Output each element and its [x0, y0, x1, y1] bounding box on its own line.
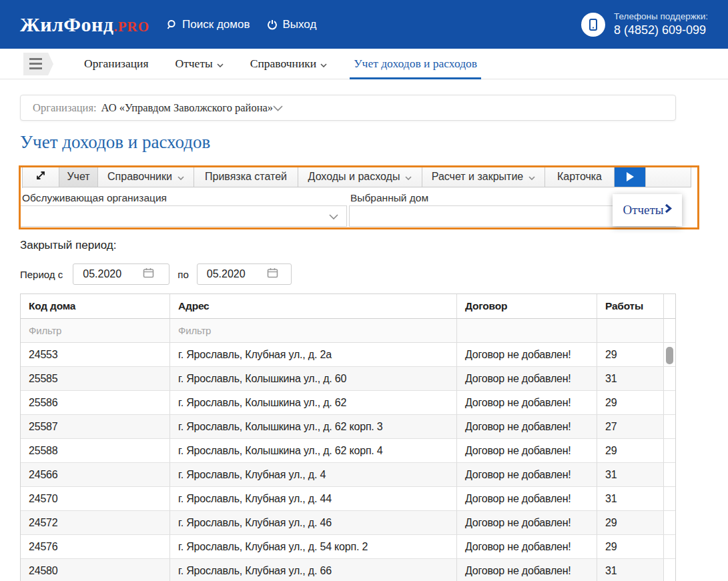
cell-works: 31 [597, 487, 664, 511]
cell-address: г. Ярославль, Клубная ул., д. 44 [170, 487, 457, 511]
table-row[interactable]: 24553 г. Ярославль, Клубная ул., д. 2а Д… [21, 343, 675, 367]
support-texts: Телефоны поддержки: 8 (4852) 609-099 [614, 11, 708, 37]
cell-contract: Договор не добавлен! [457, 463, 597, 487]
chevron-down-icon [329, 210, 338, 222]
toolbar-button-label: Справочники [107, 171, 172, 183]
card-button[interactable]: Карточка [545, 166, 615, 187]
scrollbar-thumb[interactable] [666, 347, 673, 364]
scrollbar-track[interactable] [664, 535, 675, 559]
cell-contract: Договор не добавлен! [457, 391, 597, 415]
top-header: ЖилФонд.PRO Поиск домов Выход Телефоны п… [0, 0, 728, 49]
scrollbar-track[interactable] [664, 487, 675, 511]
period-to-input[interactable] [207, 268, 267, 280]
cell-address: г. Ярославль, Колышкина ул., д. 62 корп.… [170, 439, 457, 463]
table-row[interactable]: 25585 г. Ярославль, Колышкина ул., д. 60… [21, 367, 675, 391]
directories-button[interactable]: Справочники [98, 166, 194, 187]
toolbar-button-label: Расчет и закрытие [432, 171, 524, 183]
search-houses-link[interactable]: Поиск домов [167, 18, 250, 31]
scrollbar-track[interactable] [664, 559, 675, 581]
logo-main-text: ЖилФонд [20, 13, 114, 35]
scrollbar-track[interactable] [664, 319, 675, 343]
period-from-input[interactable] [83, 268, 143, 280]
cell-works: 29 [597, 439, 664, 463]
organization-select-label: Организация: [33, 101, 97, 115]
logout-link[interactable]: Выход [267, 18, 316, 31]
cell-house-code: 24576 [21, 535, 170, 559]
table-row[interactable]: 24570 г. Ярославль, Клубная ул., д. 44 Д… [21, 487, 675, 511]
expand-button[interactable] [23, 166, 59, 187]
nav-item-directories[interactable]: Справочники [246, 49, 331, 79]
expand-icon [35, 170, 46, 183]
service-org-select[interactable] [20, 205, 347, 227]
table-body: 24553 г. Ярославль, Клубная ул., д. 2а Д… [21, 343, 675, 581]
period-to-label: по [177, 269, 188, 280]
table-row[interactable]: 24572 г. Ярославль, Клубная ул., д. 46 Д… [21, 511, 675, 535]
scrollbar-track[interactable] [664, 439, 675, 463]
table-row[interactable]: 24576 г. Ярославль, Клубная ул., д. 54 к… [21, 535, 675, 559]
cell-address: г. Ярославль, Клубная ул., д. 46 [170, 511, 457, 535]
scrollbar-track[interactable] [664, 343, 675, 367]
page-title: Учет доходов и расходов [20, 132, 728, 153]
toolbar-empty-cell [646, 166, 691, 187]
cell-house-code: 24553 [21, 343, 170, 367]
calculation-closing-button[interactable]: Расчет и закрытие [422, 166, 545, 187]
scrollbar-track-header [664, 294, 675, 319]
filter-cell-works[interactable] [597, 319, 664, 343]
scrollbar-track[interactable] [664, 511, 675, 535]
filter-cell-contract[interactable] [457, 319, 597, 343]
filter-input-house-code[interactable]: Фильтр [21, 319, 170, 343]
column-header-works[interactable]: Работы [597, 294, 664, 319]
period-row: Период с по [20, 263, 728, 285]
service-org-label: Обслуживающая организация [22, 192, 167, 203]
toolbar-button-label: Учет [67, 171, 89, 183]
run-button[interactable] [615, 166, 646, 187]
organization-select[interactable]: Организация: АО «Управдом Заволжского ра… [20, 95, 676, 121]
app-logo[interactable]: ЖилФонд.PRO [20, 13, 149, 36]
nav-item-reports[interactable]: Отчеты [171, 49, 228, 79]
support-phone: 8 (4852) 609-099 [614, 23, 708, 37]
scrollbar-track[interactable] [664, 415, 675, 439]
cell-address: г. Ярославль, Клубная ул., д. 66 [170, 559, 457, 581]
scrollbar-track[interactable] [664, 463, 675, 487]
column-header-contract[interactable]: Договор [457, 294, 597, 319]
nav-items: Организация Отчеты Справочники Учет дохо… [61, 49, 481, 79]
hamburger-icon[interactable] [23, 53, 48, 75]
chevron-down-icon [177, 171, 184, 183]
search-icon [167, 19, 177, 30]
nav-item-label: Справочники [250, 57, 316, 71]
table-row[interactable]: 25586 г. Ярославль, Колышкина ул., д. 62… [21, 391, 675, 415]
nav-item-income-expense-accounting[interactable]: Учет доходов и расходов [350, 49, 481, 79]
cell-works: 31 [597, 463, 664, 487]
scrollbar-track[interactable] [664, 367, 675, 391]
scrollbar-track[interactable] [664, 391, 675, 415]
accounting-button[interactable]: Учет [59, 166, 98, 187]
toolbar-button-label: Привязка статей [205, 171, 287, 183]
table-row[interactable]: 24580 г. Ярославль, Клубная ул., д. 66 Д… [21, 559, 675, 581]
cell-works: 29 [597, 391, 664, 415]
cell-address: г. Ярославль, Клубная ул., д. 54 корп. 2 [170, 535, 457, 559]
calendar-icon[interactable] [143, 267, 154, 281]
column-header-house-code[interactable]: Код дома [21, 294, 170, 319]
main-nav: Организация Отчеты Справочники Учет дохо… [0, 49, 728, 79]
cell-contract: Договор не добавлен! [457, 343, 597, 367]
table-header-row: Код дома Адрес Договор Работы [21, 294, 675, 319]
cell-contract: Договор не добавлен! [457, 367, 597, 391]
nav-item-organization[interactable]: Организация [80, 49, 153, 79]
cell-house-code: 24572 [21, 511, 170, 535]
calendar-icon[interactable] [267, 267, 278, 281]
table-row[interactable]: 25587 г. Ярославль, Колышкина ул., д. 62… [21, 415, 675, 439]
column-header-address[interactable]: Адрес [170, 294, 457, 319]
cell-house-code: 25587 [21, 415, 170, 439]
organization-select-value: АО «Управдом Заволжского района» [101, 101, 273, 115]
article-binding-button[interactable]: Привязка статей [194, 166, 298, 187]
table-row[interactable]: 24566 г. Ярославль, Клубная ул., д. 4 До… [21, 463, 675, 487]
period-from-label: Период с [20, 269, 63, 280]
cell-house-code: 24570 [21, 487, 170, 511]
filter-input-address[interactable]: Фильтр [170, 319, 457, 343]
reports-popup-item[interactable]: Отчеты [613, 194, 682, 226]
income-expense-button[interactable]: Доходы и расходы [298, 166, 422, 187]
table-row[interactable]: 25588 г. Ярославль, Колышкина ул., д. 62… [21, 439, 675, 463]
toolbar-button-label: Карточка [557, 171, 602, 183]
chevron-right-icon [664, 204, 672, 216]
cell-house-code: 25588 [21, 439, 170, 463]
